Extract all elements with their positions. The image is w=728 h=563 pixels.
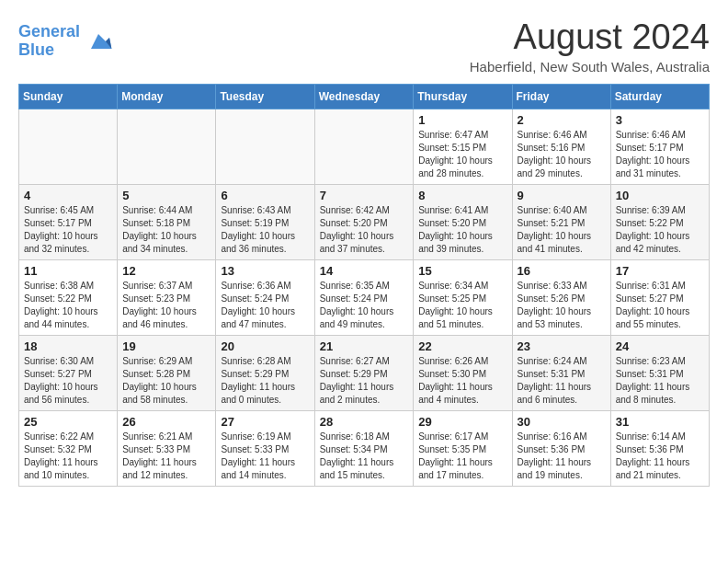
day-info: Sunrise: 6:37 AM Sunset: 5:23 PM Dayligh…	[122, 280, 210, 331]
calendar-cell: 21Sunrise: 6:27 AM Sunset: 5:29 PM Dayli…	[314, 335, 414, 410]
calendar-cell: 22Sunrise: 6:26 AM Sunset: 5:30 PM Dayli…	[414, 335, 512, 410]
day-number: 29	[418, 415, 506, 429]
calendar-cell: 28Sunrise: 6:18 AM Sunset: 5:34 PM Dayli…	[314, 410, 414, 486]
day-info: Sunrise: 6:28 AM Sunset: 5:29 PM Dayligh…	[221, 355, 309, 407]
calendar-cell	[314, 109, 414, 184]
day-info: Sunrise: 6:29 AM Sunset: 5:28 PM Dayligh…	[122, 355, 210, 407]
calendar-body: 1Sunrise: 6:47 AM Sunset: 5:15 PM Daylig…	[19, 109, 710, 486]
calendar-week-1: 1Sunrise: 6:47 AM Sunset: 5:15 PM Daylig…	[19, 109, 710, 184]
day-info: Sunrise: 6:16 AM Sunset: 5:36 PM Dayligh…	[518, 431, 606, 482]
calendar-cell: 19Sunrise: 6:29 AM Sunset: 5:28 PM Dayli…	[118, 335, 216, 410]
calendar-cell: 18Sunrise: 6:30 AM Sunset: 5:27 PM Dayli…	[19, 335, 118, 410]
calendar-week-3: 11Sunrise: 6:38 AM Sunset: 5:22 PM Dayli…	[19, 259, 710, 335]
day-number: 19	[122, 339, 210, 353]
day-number: 9	[518, 189, 606, 202]
weekday-header-saturday: Saturday	[610, 84, 709, 109]
day-info: Sunrise: 6:35 AM Sunset: 5:24 PM Dayligh…	[320, 280, 409, 331]
logo: GeneralBlue	[18, 23, 113, 60]
weekday-header-monday: Monday	[118, 84, 216, 109]
calendar-cell: 3Sunrise: 6:46 AM Sunset: 5:17 PM Daylig…	[610, 109, 709, 184]
day-info: Sunrise: 6:46 AM Sunset: 5:17 PM Dayligh…	[616, 129, 704, 180]
page-header: GeneralBlue August 2024 Haberfield, New …	[18, 18, 710, 75]
day-info: Sunrise: 6:18 AM Sunset: 5:34 PM Dayligh…	[320, 431, 409, 482]
day-number: 26	[122, 415, 210, 429]
day-number: 15	[418, 264, 506, 278]
day-number: 31	[616, 415, 704, 429]
day-info: Sunrise: 6:36 AM Sunset: 5:24 PM Dayligh…	[221, 280, 309, 331]
day-info: Sunrise: 6:19 AM Sunset: 5:33 PM Dayligh…	[221, 431, 309, 482]
day-number: 8	[418, 189, 506, 202]
day-info: Sunrise: 6:23 AM Sunset: 5:31 PM Dayligh…	[616, 355, 704, 407]
calendar-cell: 30Sunrise: 6:16 AM Sunset: 5:36 PM Dayli…	[512, 410, 610, 486]
calendar-cell: 31Sunrise: 6:14 AM Sunset: 5:36 PM Dayli…	[610, 410, 709, 486]
day-number: 30	[518, 415, 606, 429]
day-info: Sunrise: 6:31 AM Sunset: 5:27 PM Dayligh…	[616, 280, 704, 331]
day-info: Sunrise: 6:14 AM Sunset: 5:36 PM Dayligh…	[616, 431, 704, 482]
calendar-cell: 23Sunrise: 6:24 AM Sunset: 5:31 PM Dayli…	[512, 335, 610, 410]
day-number: 6	[221, 189, 309, 202]
title-area: August 2024 Haberfield, New South Wales,…	[470, 18, 710, 75]
day-info: Sunrise: 6:44 AM Sunset: 5:18 PM Dayligh…	[122, 204, 210, 256]
day-info: Sunrise: 6:34 AM Sunset: 5:25 PM Dayligh…	[418, 280, 506, 331]
day-number: 14	[320, 264, 409, 278]
weekday-header-wednesday: Wednesday	[314, 84, 414, 109]
calendar-cell	[118, 109, 216, 184]
day-number: 5	[122, 189, 210, 202]
calendar-cell: 8Sunrise: 6:41 AM Sunset: 5:20 PM Daylig…	[414, 184, 512, 259]
calendar-week-2: 4Sunrise: 6:45 AM Sunset: 5:17 PM Daylig…	[19, 184, 710, 259]
calendar-table: SundayMondayTuesdayWednesdayThursdayFrid…	[18, 84, 710, 487]
day-number: 23	[518, 339, 606, 353]
calendar-cell: 7Sunrise: 6:42 AM Sunset: 5:20 PM Daylig…	[314, 184, 414, 259]
calendar-cell: 5Sunrise: 6:44 AM Sunset: 5:18 PM Daylig…	[118, 184, 216, 259]
calendar-cell: 24Sunrise: 6:23 AM Sunset: 5:31 PM Dayli…	[610, 335, 709, 410]
day-number: 18	[24, 339, 112, 353]
calendar-cell: 15Sunrise: 6:34 AM Sunset: 5:25 PM Dayli…	[414, 259, 512, 335]
day-info: Sunrise: 6:30 AM Sunset: 5:27 PM Dayligh…	[24, 355, 112, 407]
day-number: 25	[24, 415, 112, 429]
day-number: 20	[221, 339, 309, 353]
calendar-cell: 17Sunrise: 6:31 AM Sunset: 5:27 PM Dayli…	[610, 259, 709, 335]
day-number: 27	[221, 415, 309, 429]
day-info: Sunrise: 6:22 AM Sunset: 5:32 PM Dayligh…	[24, 431, 112, 482]
calendar-cell: 26Sunrise: 6:21 AM Sunset: 5:33 PM Dayli…	[118, 410, 216, 486]
calendar-cell: 6Sunrise: 6:43 AM Sunset: 5:19 PM Daylig…	[216, 184, 314, 259]
calendar-cell: 1Sunrise: 6:47 AM Sunset: 5:15 PM Daylig…	[414, 109, 512, 184]
calendar-cell: 4Sunrise: 6:45 AM Sunset: 5:17 PM Daylig…	[19, 184, 118, 259]
calendar-cell	[19, 109, 118, 184]
calendar-cell: 16Sunrise: 6:33 AM Sunset: 5:26 PM Dayli…	[512, 259, 610, 335]
day-number: 3	[616, 113, 704, 127]
location: Haberfield, New South Wales, Australia	[470, 59, 710, 75]
logo-text: GeneralBlue	[18, 23, 80, 60]
day-number: 24	[616, 339, 704, 353]
day-info: Sunrise: 6:46 AM Sunset: 5:16 PM Dayligh…	[518, 129, 606, 180]
logo-icon	[84, 27, 113, 56]
day-number: 1	[418, 113, 506, 127]
day-info: Sunrise: 6:47 AM Sunset: 5:15 PM Dayligh…	[418, 129, 506, 180]
weekday-header-tuesday: Tuesday	[216, 84, 314, 109]
weekday-header-sunday: Sunday	[19, 84, 118, 109]
day-info: Sunrise: 6:17 AM Sunset: 5:35 PM Dayligh…	[418, 431, 506, 482]
day-info: Sunrise: 6:38 AM Sunset: 5:22 PM Dayligh…	[24, 280, 112, 331]
weekday-header-thursday: Thursday	[414, 84, 512, 109]
calendar-week-5: 25Sunrise: 6:22 AM Sunset: 5:32 PM Dayli…	[19, 410, 710, 486]
day-number: 21	[320, 339, 409, 353]
day-info: Sunrise: 6:24 AM Sunset: 5:31 PM Dayligh…	[518, 355, 606, 407]
calendar-cell: 11Sunrise: 6:38 AM Sunset: 5:22 PM Dayli…	[19, 259, 118, 335]
day-number: 4	[24, 189, 112, 202]
day-number: 11	[24, 264, 112, 278]
calendar-header-row: SundayMondayTuesdayWednesdayThursdayFrid…	[19, 84, 710, 109]
day-number: 7	[320, 189, 409, 202]
calendar-cell: 9Sunrise: 6:40 AM Sunset: 5:21 PM Daylig…	[512, 184, 610, 259]
day-info: Sunrise: 6:39 AM Sunset: 5:22 PM Dayligh…	[616, 204, 704, 256]
calendar-cell	[216, 109, 314, 184]
day-number: 22	[418, 339, 506, 353]
day-info: Sunrise: 6:33 AM Sunset: 5:26 PM Dayligh…	[518, 280, 606, 331]
calendar-cell: 27Sunrise: 6:19 AM Sunset: 5:33 PM Dayli…	[216, 410, 314, 486]
calendar-cell: 14Sunrise: 6:35 AM Sunset: 5:24 PM Dayli…	[314, 259, 414, 335]
day-number: 13	[221, 264, 309, 278]
calendar-cell: 13Sunrise: 6:36 AM Sunset: 5:24 PM Dayli…	[216, 259, 314, 335]
calendar-cell: 2Sunrise: 6:46 AM Sunset: 5:16 PM Daylig…	[512, 109, 610, 184]
day-info: Sunrise: 6:21 AM Sunset: 5:33 PM Dayligh…	[122, 431, 210, 482]
day-info: Sunrise: 6:40 AM Sunset: 5:21 PM Dayligh…	[518, 204, 606, 256]
day-info: Sunrise: 6:27 AM Sunset: 5:29 PM Dayligh…	[320, 355, 409, 407]
